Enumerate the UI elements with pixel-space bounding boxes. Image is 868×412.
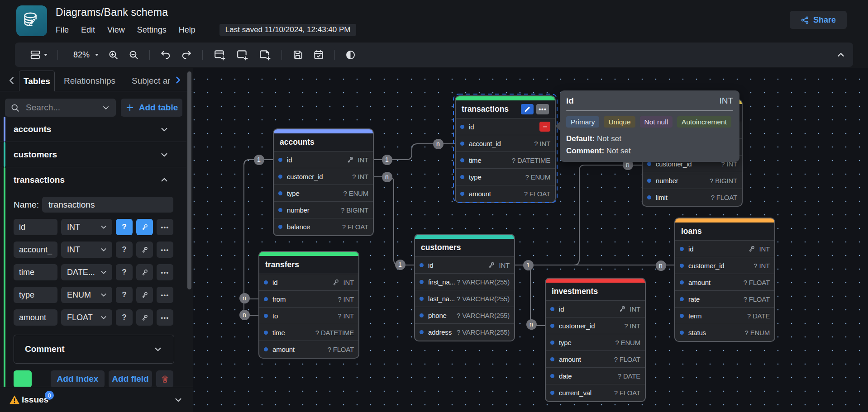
table-field-row[interactable]: rate? FLOAT [675,291,774,308]
table-header[interactable]: investments [546,283,645,301]
section-header-customers[interactable]: customers [0,142,186,167]
table-field-row[interactable]: type? ENUM [546,334,645,351]
diagram-list-button[interactable] [25,47,52,63]
table-header[interactable]: accounts [274,133,373,152]
table-field-row[interactable]: customer_id? INT [274,168,373,185]
add-note-button[interactable] [253,47,276,63]
toolbar-collapse-button[interactable] [836,50,846,60]
field-type-select[interactable]: DATE... [61,264,112,280]
menu-help[interactable]: Help [179,25,196,35]
issues-bar[interactable]: Issues 0 [0,387,193,412]
sidebar-scrollbar[interactable] [187,71,191,289]
nullable-toggle-button[interactable]: ? [116,264,133,280]
table-field-row[interactable]: id INT [259,274,358,291]
table-field-row[interactable]: address? VARCHAR(255) [415,324,514,341]
field-name-input[interactable]: amount [14,309,57,326]
save-button[interactable] [287,47,308,63]
add-index-button[interactable]: Add index [51,370,105,388]
table-field-row[interactable]: id INT [415,257,514,274]
zoom-level-dropdown[interactable]: 82% [63,47,103,63]
table-field-row[interactable]: current_val? FLOAT [546,384,645,401]
table-field-row[interactable]: time? DATETIME [259,324,358,341]
nullable-toggle-button[interactable]: ? [116,309,133,326]
table-header[interactable]: transfers [259,256,358,274]
table-header[interactable]: customers [415,239,514,257]
autosave-button[interactable] [308,47,329,63]
table-field-row[interactable]: status? ENUM [675,324,774,341]
field-more-button[interactable]: ••• [157,264,173,280]
diagram-table-transfers[interactable]: transfersid INTfrom? INTto? INTtime? DAT… [258,251,359,359]
theme-toggle-button[interactable] [340,47,361,63]
table-field-row[interactable]: balance? FLOAT [274,218,373,235]
table-color-swatch[interactable] [14,370,32,388]
table-field-row[interactable]: number? BIGINT [643,172,742,189]
add-table-button[interactable]: Add table [121,99,182,117]
table-header[interactable]: loans [675,223,774,241]
field-more-button[interactable]: ••• [157,309,173,326]
menu-edit[interactable]: Edit [81,25,95,35]
tabs-scroll-left-button[interactable] [6,75,18,86]
menu-settings[interactable]: Settings [137,25,167,35]
table-field-row[interactable]: id INT [546,301,645,317]
nullable-toggle-button[interactable]: ? [116,287,133,303]
table-field-row[interactable]: date? DATE [546,368,645,384]
diagram-table-accounts[interactable]: accountsid INTcustomer_id? INTtype? ENUM… [273,128,374,236]
add-field-button[interactable]: Add field [109,370,152,388]
field-more-button[interactable]: ••• [157,242,173,258]
chevron-down-icon[interactable] [159,124,169,134]
zoom-out-button[interactable] [124,47,144,63]
diagram-table-loans[interactable]: loansid INTcustomer_id? INTamount? FLOAT… [674,218,775,342]
table-field-row[interactable]: amount? FLOAT [259,341,358,358]
primary-key-toggle-button[interactable] [136,309,153,326]
table-field-row[interactable]: amount? FLOAT [675,274,774,291]
table-field-row[interactable]: id INT [274,152,373,168]
table-field-row[interactable]: customer_id? INT [546,317,645,334]
chevron-down-icon[interactable] [101,103,110,112]
field-type-select[interactable]: INT [61,219,112,235]
menu-view[interactable]: View [107,25,125,35]
table-field-row[interactable]: type? ENUM [274,185,373,202]
field-type-select[interactable]: FLOAT [61,309,112,326]
section-header-transactions[interactable]: transactions [0,167,186,192]
redo-button[interactable] [176,47,197,63]
add-subject-area-button[interactable] [231,47,253,63]
relationship-line-accounts_customer_fk[interactable] [374,177,414,265]
table-field-row[interactable]: phone? VARCHAR(255) [415,307,514,324]
table-field-row[interactable]: number? BIGINT [274,202,373,218]
table-field-row[interactable]: customer_id? INT [675,257,774,274]
primary-key-toggle-button[interactable] [136,242,153,258]
menu-file[interactable]: File [56,25,69,35]
tabs-scroll-right-button[interactable] [172,75,183,85]
field-type-select[interactable]: ENUM [61,287,112,303]
chevron-up-icon[interactable] [159,175,169,185]
field-more-button[interactable]: ••• [157,287,173,303]
chevron-down-icon[interactable] [159,150,169,160]
primary-key-toggle-button[interactable] [136,287,153,303]
tab-relationships[interactable]: Relationships [67,71,113,91]
table-field-row[interactable]: last_na...? VARCHAR(255) [415,290,514,307]
table-field-row[interactable]: to? INT [259,308,358,324]
relationship-line-investments_customer_fk[interactable] [515,265,545,326]
primary-key-toggle-button[interactable] [136,264,153,280]
table-search-input[interactable]: Search... [5,99,116,117]
table-field-row[interactable]: amount? FLOAT [546,351,645,368]
diagram-canvas[interactable]: 1nn1nn11nnnaccountsid INTcustomer_id? IN… [193,68,868,412]
tab-subject-areas[interactable]: Subject areas [132,71,170,91]
comment-section[interactable]: Comment [14,335,174,364]
delete-table-button[interactable] [156,370,173,388]
tab-tables[interactable]: Tables [19,71,55,91]
nullable-toggle-button[interactable]: ? [116,219,133,235]
field-name-input[interactable]: time [14,264,57,280]
diagram-table-customers[interactable]: customersid INTfirst_na...? VARCHAR(255)… [414,234,515,341]
table-field-row[interactable]: term? DATE [675,308,774,324]
table-name-input[interactable]: transactions [42,197,173,213]
field-more-button[interactable]: ••• [157,219,173,235]
section-header-accounts[interactable]: accounts [0,117,186,142]
field-name-input[interactable]: id [14,219,57,235]
table-field-row[interactable]: id INT [675,241,774,257]
field-name-input[interactable]: account_ [14,242,57,258]
primary-key-toggle-button[interactable] [136,219,153,235]
field-type-select[interactable]: INT [61,242,112,258]
chevron-down-icon[interactable] [173,395,183,405]
zoom-in-button[interactable] [103,47,124,63]
